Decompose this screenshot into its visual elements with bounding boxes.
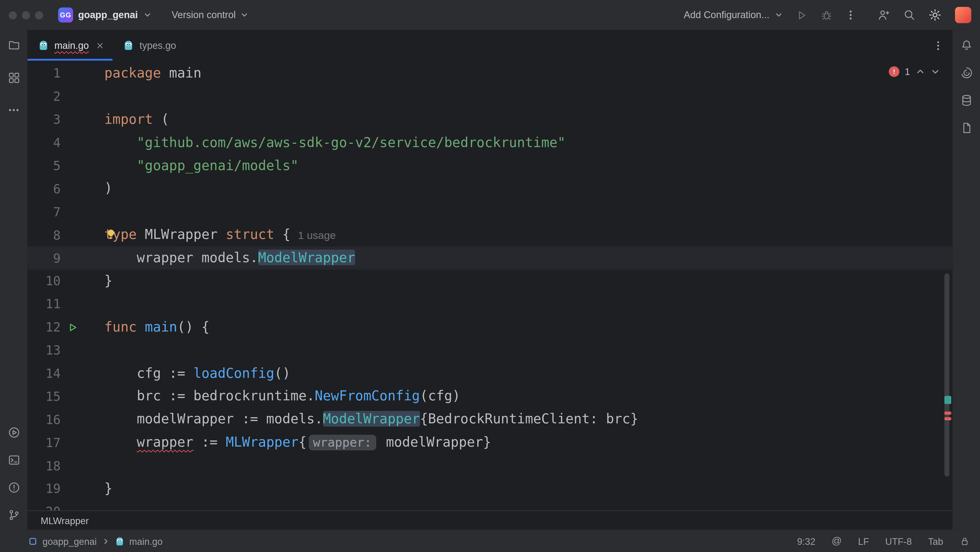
code-line[interactable]: 12func main() {: [28, 316, 953, 339]
structure-tool-icon[interactable]: [3, 66, 25, 89]
scrollbar-error-mark: [945, 417, 951, 420]
code-token: ): [104, 180, 113, 196]
line-number: 14: [28, 366, 61, 381]
code-line[interactable]: 13: [28, 339, 953, 362]
git-branch-tool-icon[interactable]: [3, 503, 25, 526]
code-line[interactable]: 16 modelWrapper := models.ModelWrapper{B…: [28, 408, 953, 431]
code-token: wrapper:: [309, 435, 376, 450]
vcs-label: Version control: [172, 10, 235, 21]
tab-options-kebab-icon[interactable]: [932, 40, 944, 51]
code-text: wrapper := MLWrapper{wrapper: modelWrapp…: [104, 431, 491, 455]
code-token: [104, 134, 137, 150]
code-text: cfg := loadConfig(): [104, 362, 290, 385]
code-line[interactable]: 8type MLWrapper struct {1 usage: [28, 223, 953, 247]
tab-types-go[interactable]: types.go: [113, 30, 184, 61]
right-tool-stripe: [952, 30, 980, 530]
line-number: 16: [28, 412, 61, 427]
line-separator-widget[interactable]: LF: [858, 536, 869, 546]
run-configuration-selector[interactable]: Add Configuration...: [684, 10, 783, 21]
inspection-widget[interactable]: 1: [888, 66, 940, 77]
annotation-at-icon[interactable]: @: [832, 535, 842, 547]
code-token: ModelWrapper: [258, 250, 355, 265]
code-line[interactable]: 15 brc := bedrockruntime.NewFromConfig(c…: [28, 385, 953, 408]
intention-bulb-icon[interactable]: [105, 228, 117, 240]
encoding-widget[interactable]: UTF-8: [885, 536, 912, 546]
chevron-right-icon: [102, 537, 110, 545]
code-token: modelWrapper := models.: [104, 411, 323, 427]
services-tool-icon[interactable]: [3, 421, 25, 444]
lock-readonly-icon[interactable]: [959, 536, 970, 546]
project-tool-icon[interactable]: [3, 34, 25, 56]
scrollbar-usage-mark: [945, 396, 951, 404]
code-token: {: [274, 227, 290, 242]
window-minimize-button[interactable]: [22, 11, 30, 19]
code-with-me-add-user-icon[interactable]: [877, 8, 891, 22]
database-tool-icon[interactable]: [955, 89, 977, 111]
code-line[interactable]: 3import (: [28, 108, 953, 131]
code-line[interactable]: 18: [28, 454, 953, 477]
code-line[interactable]: 11: [28, 293, 953, 316]
indent-widget[interactable]: Tab: [928, 536, 943, 546]
line-number: 8: [28, 227, 61, 242]
code-line[interactable]: 9 wrapper models.ModelWrapper: [28, 247, 953, 270]
code-token: wrapper models.: [104, 250, 258, 265]
code-token: package: [104, 65, 161, 81]
code-line[interactable]: 6): [28, 177, 953, 200]
caret-position-widget[interactable]: 9:32: [797, 536, 815, 546]
breadcrumb-file[interactable]: main.go: [129, 536, 163, 546]
line-number: 12: [28, 320, 61, 335]
code-token: (cfg): [420, 388, 460, 404]
code-token: "goapp_genai/models": [137, 157, 299, 173]
ai-assistant-icon[interactable]: [955, 61, 977, 84]
debug-button[interactable]: [820, 8, 833, 21]
project-widget[interactable]: GG goapp_genai: [54, 5, 156, 25]
line-number: 17: [28, 435, 61, 450]
vcs-widget[interactable]: Version control: [172, 10, 249, 21]
run-line-icon[interactable]: [68, 322, 78, 332]
code-text: "goapp_genai/models": [104, 154, 299, 177]
prev-problem-chevron-up-icon[interactable]: [916, 67, 925, 77]
context-breadcrumb-bar[interactable]: MLWrapper: [28, 510, 953, 530]
line-number: 10: [28, 274, 61, 289]
settings-gear-icon[interactable]: [928, 8, 942, 22]
code-editor[interactable]: 1package main23import (4 "github.com/aws…: [28, 61, 953, 510]
code-line[interactable]: 7: [28, 200, 953, 223]
window-close-button[interactable]: [9, 11, 17, 19]
user-avatar[interactable]: [955, 7, 971, 23]
notifications-bell-icon[interactable]: [955, 34, 977, 56]
more-tool-windows-icon[interactable]: [3, 99, 25, 121]
code-line[interactable]: 10}: [28, 270, 953, 293]
line-number: 4: [28, 135, 61, 150]
breadcrumb-project[interactable]: goapp_genai: [43, 536, 97, 546]
more-actions-kebab-icon[interactable]: [845, 10, 856, 21]
code-line[interactable]: 1package main: [28, 62, 953, 85]
inspection-error-count: 1: [905, 66, 910, 77]
next-problem-chevron-down-icon[interactable]: [931, 67, 940, 77]
code-line[interactable]: 5 "goapp_genai/models": [28, 154, 953, 177]
code-token: (): [274, 365, 290, 381]
terminal-tool-icon[interactable]: [3, 448, 25, 471]
line-number: 18: [28, 458, 61, 473]
search-everywhere-icon[interactable]: [902, 8, 916, 22]
tab-close-icon[interactable]: [95, 41, 104, 49]
code-line[interactable]: 14 cfg := loadConfig(): [28, 362, 953, 385]
code-line[interactable]: 19}: [28, 477, 953, 500]
tab-main-go[interactable]: main.go: [28, 30, 113, 61]
breadcrumb[interactable]: goapp_genai main.go: [28, 536, 162, 546]
code-line[interactable]: 20: [28, 500, 953, 510]
editor-column: main.go types.go 1package main23import (…: [28, 30, 953, 530]
problems-tool-icon[interactable]: [3, 476, 25, 499]
code-token: modelWrapper}: [378, 434, 491, 450]
window-controls[interactable]: [9, 11, 43, 19]
ide-window: GG goapp_genai Version control Add Confi…: [0, 0, 980, 552]
code-line[interactable]: 2: [28, 85, 953, 108]
code-token: }: [104, 480, 113, 496]
code-line[interactable]: 4 "github.com/aws/aws-sdk-go-v2/service/…: [28, 131, 953, 154]
window-zoom-button[interactable]: [35, 11, 43, 19]
documentation-tool-icon[interactable]: [955, 116, 977, 139]
code-token: }: [104, 273, 113, 288]
editor-tab-bar: main.go types.go: [28, 30, 953, 61]
editor-scrollbar-thumb[interactable]: [945, 273, 950, 477]
run-button[interactable]: [795, 8, 808, 21]
code-line[interactable]: 17 wrapper := MLWrapper{wrapper: modelWr…: [28, 431, 953, 454]
